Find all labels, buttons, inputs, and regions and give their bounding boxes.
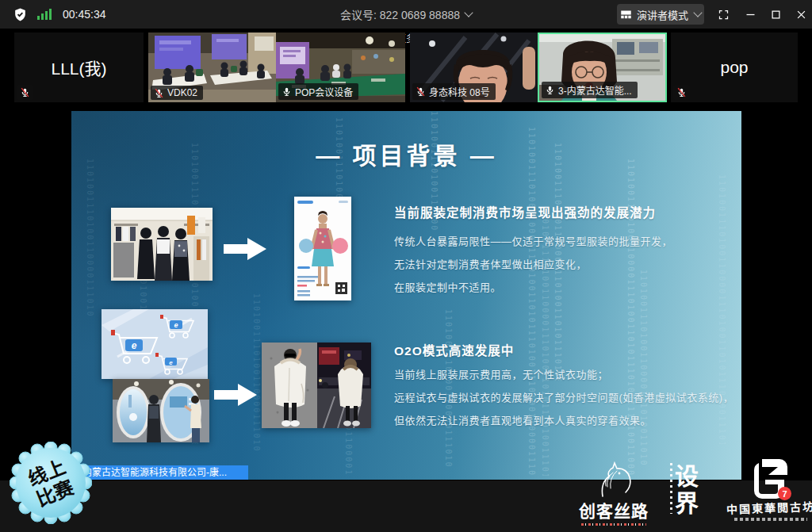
video-tile-pop-device[interactable]: POP会议设备 (276, 33, 405, 102)
svg-text:e: e (174, 321, 178, 329)
slide-title: — 项目背景 — (71, 136, 741, 171)
image-white-coat-photos (262, 343, 371, 428)
section2-line2: 远程试衣与虚拟试衣的发展解决了部分时空问题(如香港虚拟试衣系统)， (394, 386, 741, 409)
participant-name: 身态科技 08号 (429, 85, 490, 98)
video-tile-vdk02[interactable]: VDK02 (148, 33, 278, 102)
bottom-toolbar (0, 480, 812, 532)
chat-unread-badge: 7 (778, 487, 791, 500)
close-icon (795, 9, 807, 21)
sharing-source-banner: 内蒙古达智能源科技有限公司-康... (75, 465, 248, 480)
participant-name: LLL(我) (14, 33, 144, 102)
svg-text:e: e (169, 359, 173, 366)
image-fitting-mirror-kiosks (113, 379, 209, 442)
video-tile-shentai[interactable]: 身态科技 08号 (410, 33, 539, 102)
chevron-down-icon (693, 8, 702, 17)
image-online-shopping-carts: e e e (102, 309, 208, 379)
participant-name: POP会议设备 (295, 85, 353, 98)
tile-status: VDK02 (151, 86, 203, 100)
section1-line2: 无法针对定制消费者体型做出相应变化， (394, 253, 735, 276)
chevron-down-icon (464, 8, 473, 17)
section1-line1: 传统人台暴露局限性——仅适于常规号型服装的批量开发， (394, 230, 735, 253)
mic-on-icon (282, 86, 292, 97)
section2-line3: 但依然无法让消费者直观地看到本人真实的穿着效果。 (394, 409, 741, 432)
section2-line1: 当前线上服装展示费用高，无个性试衣功能； (394, 363, 741, 386)
mic-muted-icon (154, 88, 164, 98)
image-clothing-store (111, 208, 213, 281)
maximize-button[interactable] (764, 0, 787, 29)
section1-line3: 在服装定制中不适用。 (394, 276, 735, 299)
mic-muted-icon (416, 86, 426, 97)
view-mode-button[interactable]: 演讲者模式 (617, 4, 704, 25)
tile-status (673, 85, 690, 100)
video-tile-neimenggu[interactable]: 3-内蒙古达智能... (538, 33, 667, 102)
mic-muted-icon (676, 87, 687, 98)
meeting-id-text: 会议号: 822 0689 88888 (340, 6, 460, 22)
participant-name: VDK02 (167, 87, 197, 98)
tile-status (17, 85, 33, 100)
participant-name: 3-内蒙古达智能... (558, 83, 632, 97)
tile-status: POP会议设备 (278, 83, 358, 100)
minimize-button[interactable] (739, 0, 761, 29)
fullscreen-button[interactable] (712, 0, 734, 29)
shared-screen-slide: 1101001110100110000111010011010111010011… (71, 111, 741, 480)
speaker-view-icon (620, 9, 632, 21)
video-tile-pop[interactable]: pop (671, 33, 798, 102)
section1-heading: 当前服装定制消费市场呈现出强劲的发展潜力 (394, 203, 656, 220)
mic-muted-icon (20, 87, 30, 98)
svg-text:e: e (132, 340, 137, 351)
arrow-right-icon (214, 382, 257, 408)
tile-status: 3-内蒙古达智能... (542, 82, 638, 98)
participant-name: pop (671, 33, 798, 102)
mic-on-icon (545, 85, 555, 95)
video-tile-lll[interactable]: LLL(我) (14, 33, 144, 102)
close-button[interactable] (790, 0, 812, 29)
maximize-icon (770, 9, 782, 21)
view-mode-label: 演讲者模式 (637, 7, 688, 22)
minimize-icon (745, 9, 756, 21)
image-virtual-fitting-app (294, 197, 351, 300)
binary-decoration: 1101001110100110000111010011010111010011… (86, 159, 94, 317)
titlebar: 00:45:34 会议号: 822 0689 88888 演讲者模式 (0, 0, 812, 29)
binary-decoration: 1101001110100110000111010011010111010011… (252, 293, 261, 452)
tile-status: 身态科技 08号 (412, 83, 496, 100)
section2-heading: O2O模式高速发展中 (394, 341, 514, 358)
arrow-right-icon (224, 236, 266, 262)
fullscreen-icon (718, 9, 730, 21)
